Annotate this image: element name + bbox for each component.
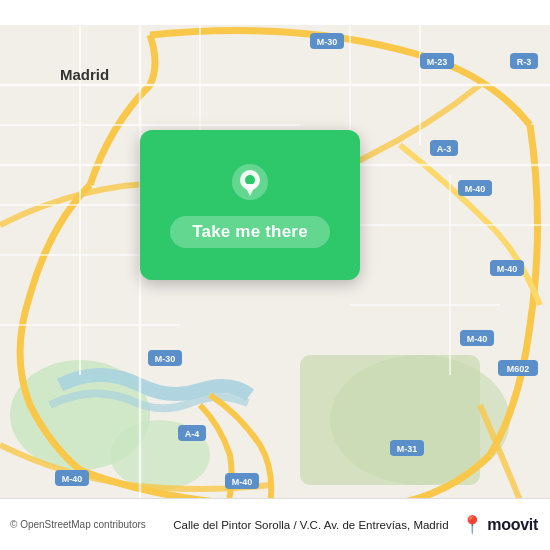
- moovit-pin-icon: 📍: [461, 514, 483, 536]
- svg-text:M-40: M-40: [497, 264, 518, 274]
- svg-text:A-4: A-4: [185, 429, 200, 439]
- map-container: M-30 M-23 R-3 A-3 M-40 M-40 M-40 M602 M-…: [0, 0, 550, 550]
- map-attribution: © OpenStreetMap contributors: [10, 519, 160, 530]
- svg-text:M-31: M-31: [397, 444, 418, 454]
- take-me-there-button[interactable]: Take me there: [170, 216, 330, 248]
- bottom-bar: © OpenStreetMap contributors Calle del P…: [0, 498, 550, 550]
- map-pin-icon: [228, 162, 272, 206]
- location-card: Take me there: [140, 130, 360, 280]
- location-label: Calle del Pintor Sorolla / V.C. Av. de E…: [160, 519, 461, 531]
- svg-text:M-23: M-23: [427, 57, 448, 67]
- svg-text:M-40: M-40: [467, 334, 488, 344]
- svg-text:M-40: M-40: [465, 184, 486, 194]
- moovit-brand-text: moovit: [487, 516, 538, 534]
- moovit-logo: 📍 moovit: [461, 514, 538, 536]
- svg-text:M-30: M-30: [317, 37, 338, 47]
- svg-text:A-3: A-3: [437, 144, 452, 154]
- svg-text:R-3: R-3: [517, 57, 532, 67]
- svg-text:M-40: M-40: [232, 477, 253, 487]
- svg-text:M-30: M-30: [155, 354, 176, 364]
- svg-text:Madrid: Madrid: [60, 66, 109, 83]
- svg-text:M602: M602: [507, 364, 530, 374]
- svg-text:M-40: M-40: [62, 474, 83, 484]
- svg-point-48: [245, 175, 255, 185]
